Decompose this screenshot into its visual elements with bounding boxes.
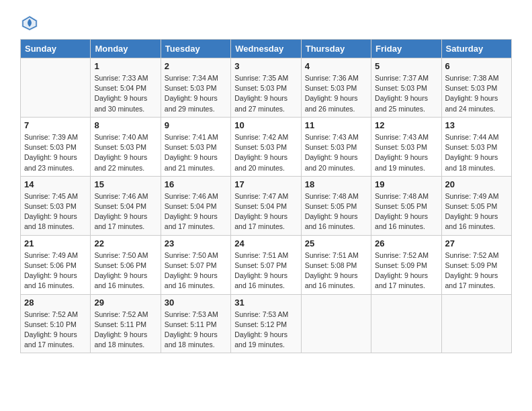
calendar-cell (21, 58, 91, 118)
weekday-header-wednesday: Wednesday (231, 40, 301, 58)
day-info: Sunrise: 7:33 AMSunset: 5:04 PMDaylight:… (94, 73, 157, 114)
day-number: 15 (94, 179, 157, 189)
calendar-cell: 8Sunrise: 7:40 AMSunset: 5:03 PMDaylight… (91, 117, 161, 176)
calendar-cell: 31Sunrise: 7:53 AMSunset: 5:12 PMDayligh… (231, 294, 301, 353)
day-info: Sunrise: 7:46 AMSunset: 5:04 PMDaylight:… (94, 191, 157, 232)
calendar-cell: 30Sunrise: 7:53 AMSunset: 5:11 PMDayligh… (161, 294, 230, 353)
day-number: 12 (375, 120, 437, 130)
weekday-header-tuesday: Tuesday (161, 40, 230, 58)
calendar-cell: 27Sunrise: 7:52 AMSunset: 5:09 PMDayligh… (441, 235, 511, 294)
day-info: Sunrise: 7:51 AMSunset: 5:08 PMDaylight:… (305, 250, 367, 291)
day-number: 21 (24, 238, 87, 248)
day-number: 27 (445, 238, 508, 248)
calendar-cell: 28Sunrise: 7:52 AMSunset: 5:10 PMDayligh… (21, 294, 91, 353)
calendar-cell (301, 294, 371, 353)
day-info: Sunrise: 7:41 AMSunset: 5:03 PMDaylight:… (165, 132, 227, 173)
weekday-header-saturday: Saturday (441, 40, 511, 58)
day-number: 1 (94, 61, 157, 71)
day-info: Sunrise: 7:40 AMSunset: 5:03 PMDaylight:… (94, 132, 157, 173)
day-number: 6 (445, 61, 508, 71)
day-info: Sunrise: 7:52 AMSunset: 5:10 PMDaylight:… (24, 310, 87, 351)
day-number: 31 (234, 298, 297, 308)
day-info: Sunrise: 7:51 AMSunset: 5:07 PMDaylight:… (234, 250, 297, 291)
day-info: Sunrise: 7:50 AMSunset: 5:06 PMDaylight:… (94, 250, 157, 291)
day-info: Sunrise: 7:49 AMSunset: 5:06 PMDaylight:… (24, 250, 87, 291)
calendar-week-5: 28Sunrise: 7:52 AMSunset: 5:10 PMDayligh… (21, 294, 512, 353)
calendar-cell: 13Sunrise: 7:44 AMSunset: 5:03 PMDayligh… (441, 117, 511, 176)
weekday-header-sunday: Sunday (21, 40, 91, 58)
day-number: 28 (24, 298, 87, 308)
calendar-week-1: 1Sunrise: 7:33 AMSunset: 5:04 PMDaylight… (21, 58, 512, 118)
calendar-week-4: 21Sunrise: 7:49 AMSunset: 5:06 PMDayligh… (21, 235, 512, 294)
calendar-cell (441, 294, 511, 353)
day-number: 26 (375, 238, 437, 248)
calendar-cell: 20Sunrise: 7:49 AMSunset: 5:05 PMDayligh… (441, 176, 511, 235)
day-number: 18 (305, 179, 367, 189)
day-number: 16 (165, 179, 227, 189)
calendar-cell (371, 294, 441, 353)
calendar-cell: 18Sunrise: 7:48 AMSunset: 5:05 PMDayligh… (301, 176, 371, 235)
day-info: Sunrise: 7:34 AMSunset: 5:03 PMDaylight:… (165, 73, 227, 114)
weekday-header-monday: Monday (91, 40, 161, 58)
calendar-body: 1Sunrise: 7:33 AMSunset: 5:04 PMDaylight… (21, 58, 512, 353)
calendar-cell: 12Sunrise: 7:43 AMSunset: 5:03 PMDayligh… (371, 117, 441, 176)
day-number: 4 (305, 61, 367, 71)
calendar-cell: 21Sunrise: 7:49 AMSunset: 5:06 PMDayligh… (21, 235, 91, 294)
day-info: Sunrise: 7:47 AMSunset: 5:04 PMDaylight:… (234, 191, 297, 232)
calendar-cell: 4Sunrise: 7:36 AMSunset: 5:03 PMDaylight… (301, 58, 371, 118)
day-number: 17 (234, 179, 297, 189)
day-info: Sunrise: 7:53 AMSunset: 5:12 PMDaylight:… (234, 310, 297, 351)
calendar-cell: 1Sunrise: 7:33 AMSunset: 5:04 PMDaylight… (91, 58, 161, 118)
weekday-header-thursday: Thursday (301, 40, 371, 58)
calendar-cell: 15Sunrise: 7:46 AMSunset: 5:04 PMDayligh… (91, 176, 161, 235)
calendar-cell: 9Sunrise: 7:41 AMSunset: 5:03 PMDaylight… (161, 117, 230, 176)
day-info: Sunrise: 7:35 AMSunset: 5:03 PMDaylight:… (234, 73, 297, 114)
weekday-header-row: SundayMondayTuesdayWednesdayThursdayFrid… (21, 40, 512, 58)
calendar-cell: 23Sunrise: 7:50 AMSunset: 5:07 PMDayligh… (161, 235, 230, 294)
calendar-table: SundayMondayTuesdayWednesdayThursdayFrid… (20, 39, 512, 353)
day-number: 2 (165, 61, 227, 71)
calendar-week-3: 14Sunrise: 7:45 AMSunset: 5:03 PMDayligh… (21, 176, 512, 235)
calendar-cell: 3Sunrise: 7:35 AMSunset: 5:03 PMDaylight… (231, 58, 301, 118)
day-info: Sunrise: 7:38 AMSunset: 5:03 PMDaylight:… (445, 73, 508, 114)
calendar-cell: 19Sunrise: 7:48 AMSunset: 5:05 PMDayligh… (371, 176, 441, 235)
calendar-cell: 16Sunrise: 7:46 AMSunset: 5:04 PMDayligh… (161, 176, 230, 235)
day-info: Sunrise: 7:44 AMSunset: 5:03 PMDaylight:… (445, 132, 508, 173)
calendar-cell: 22Sunrise: 7:50 AMSunset: 5:06 PMDayligh… (91, 235, 161, 294)
day-info: Sunrise: 7:53 AMSunset: 5:11 PMDaylight:… (165, 310, 227, 351)
day-number: 14 (24, 179, 87, 189)
calendar-cell: 5Sunrise: 7:37 AMSunset: 5:03 PMDaylight… (371, 58, 441, 118)
day-number: 9 (165, 120, 227, 130)
day-info: Sunrise: 7:48 AMSunset: 5:05 PMDaylight:… (305, 191, 367, 232)
weekday-header-friday: Friday (371, 40, 441, 58)
calendar-cell: 25Sunrise: 7:51 AMSunset: 5:08 PMDayligh… (301, 235, 371, 294)
day-info: Sunrise: 7:42 AMSunset: 5:03 PMDaylight:… (234, 132, 297, 173)
day-number: 8 (94, 120, 157, 130)
day-info: Sunrise: 7:52 AMSunset: 5:09 PMDaylight:… (445, 250, 508, 291)
calendar-cell: 24Sunrise: 7:51 AMSunset: 5:07 PMDayligh… (231, 235, 301, 294)
day-info: Sunrise: 7:39 AMSunset: 5:03 PMDaylight:… (24, 132, 87, 173)
day-info: Sunrise: 7:48 AMSunset: 5:05 PMDaylight:… (375, 191, 437, 232)
calendar-week-2: 7Sunrise: 7:39 AMSunset: 5:03 PMDaylight… (21, 117, 512, 176)
day-info: Sunrise: 7:52 AMSunset: 5:11 PMDaylight:… (94, 310, 157, 351)
calendar-cell: 14Sunrise: 7:45 AMSunset: 5:03 PMDayligh… (21, 176, 91, 235)
day-number: 24 (234, 238, 297, 248)
day-number: 5 (375, 61, 437, 71)
calendar-cell: 7Sunrise: 7:39 AMSunset: 5:03 PMDaylight… (21, 117, 91, 176)
day-info: Sunrise: 7:43 AMSunset: 5:03 PMDaylight:… (305, 132, 367, 173)
day-number: 20 (445, 179, 508, 189)
day-info: Sunrise: 7:43 AMSunset: 5:03 PMDaylight:… (375, 132, 437, 173)
logo-icon (20, 13, 39, 32)
page-header (20, 13, 512, 32)
day-info: Sunrise: 7:46 AMSunset: 5:04 PMDaylight:… (165, 191, 227, 232)
day-number: 22 (94, 238, 157, 248)
calendar-cell: 26Sunrise: 7:52 AMSunset: 5:09 PMDayligh… (371, 235, 441, 294)
day-number: 13 (445, 120, 508, 130)
day-info: Sunrise: 7:49 AMSunset: 5:05 PMDaylight:… (445, 191, 508, 232)
calendar-cell: 11Sunrise: 7:43 AMSunset: 5:03 PMDayligh… (301, 117, 371, 176)
day-number: 7 (24, 120, 87, 130)
day-number: 23 (165, 238, 227, 248)
day-info: Sunrise: 7:36 AMSunset: 5:03 PMDaylight:… (305, 73, 367, 114)
calendar-cell: 17Sunrise: 7:47 AMSunset: 5:04 PMDayligh… (231, 176, 301, 235)
day-number: 19 (375, 179, 437, 189)
